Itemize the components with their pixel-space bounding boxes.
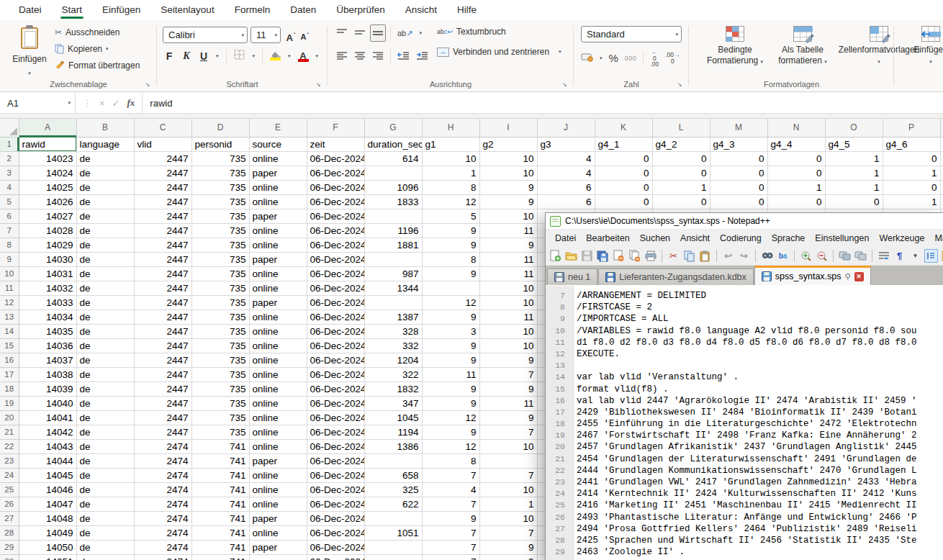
cell-N1[interactable]: g4_4 — [767, 137, 825, 151]
cell-P3[interactable]: 1 — [883, 166, 940, 180]
italic-button[interactable]: K — [181, 50, 191, 62]
cell-B7[interactable]: de — [76, 223, 134, 238]
percent-style-button[interactable]: % — [609, 52, 618, 64]
row-header-5[interactable]: 5 — [0, 194, 19, 209]
merge-center-button[interactable]: ↔ Verbinden und zentrieren▾ — [437, 47, 561, 57]
npp-menu-suchen[interactable]: Suchen — [635, 231, 675, 245]
cell-I3[interactable]: 10 — [479, 166, 537, 180]
cell-A3[interactable]: 14024 — [19, 166, 76, 180]
sync-vertical-scroll-icon[interactable] — [838, 249, 852, 263]
cell-B9[interactable]: de — [76, 252, 134, 266]
cell-E11[interactable]: online — [249, 281, 307, 295]
cell-H12[interactable]: 12 — [422, 295, 479, 310]
alignment-dialog-launcher[interactable]: ↘ — [560, 80, 569, 89]
cell-D15[interactable]: 735 — [191, 338, 249, 353]
cell-H13[interactable]: 9 — [422, 310, 479, 324]
row-header-6[interactable]: 6 — [0, 209, 19, 223]
ribbon-tab-ansicht[interactable]: Ansicht — [397, 1, 446, 20]
cell-G23[interactable] — [364, 453, 422, 468]
cell-E18[interactable]: online — [249, 381, 307, 396]
row-header-14[interactable]: 14 — [0, 324, 19, 338]
cell-D13[interactable]: 735 — [191, 310, 249, 324]
ribbon-tab-seitenlayout[interactable]: Seitenlayout — [152, 1, 222, 20]
cell-I7[interactable]: 11 — [479, 223, 537, 238]
cell-J1[interactable]: g3 — [537, 137, 595, 151]
row-header-4[interactable]: 4 — [0, 180, 19, 194]
cell-I30[interactable]: 9 — [479, 554, 537, 560]
cell-C9[interactable]: 2447 — [134, 252, 191, 266]
cell-E13[interactable]: online — [249, 310, 307, 324]
row-header-22[interactable]: 22 — [0, 439, 19, 453]
font-name-combobox[interactable]: Calibri▾ — [163, 27, 248, 43]
cell-C28[interactable]: 2474 — [134, 525, 191, 540]
align-bottom-button[interactable] — [370, 24, 386, 42]
cell-H30[interactable]: 7 — [422, 554, 479, 560]
cell-D20[interactable]: 735 — [191, 410, 249, 425]
cell-G1[interactable]: duration_sec — [364, 137, 422, 151]
cell-H29[interactable]: 7 — [422, 540, 479, 554]
cell-B17[interactable]: de — [76, 367, 134, 381]
cell-D14[interactable]: 735 — [191, 324, 249, 338]
cell-I2[interactable]: 10 — [479, 151, 537, 166]
cell-E5[interactable]: online — [249, 194, 307, 209]
indent-guide-icon[interactable] — [924, 249, 938, 263]
insert-cells-button[interactable]: Einfügen▾ — [906, 26, 943, 66]
select-all-corner[interactable] — [0, 119, 19, 137]
show-symbols-dropdown-icon[interactable]: ▼ — [908, 249, 922, 263]
column-header-D[interactable]: D — [191, 119, 249, 137]
cell-C2[interactable]: 2447 — [134, 151, 191, 166]
font-size-combobox[interactable]: 11▾ — [251, 27, 281, 43]
cell-A10[interactable]: 14031 — [19, 266, 76, 281]
row-header-10[interactable]: 10 — [0, 266, 19, 281]
cell-F20[interactable]: 06-Dec-2024 — [307, 410, 364, 425]
cell-H9[interactable]: 8 — [422, 252, 479, 266]
cell-C6[interactable]: 2447 — [134, 209, 191, 223]
cell-H26[interactable]: 7 — [422, 497, 479, 511]
cell-H18[interactable]: 9 — [422, 381, 479, 396]
ribbon-tab-start[interactable]: Start — [53, 1, 91, 20]
cell-C29[interactable]: 2474 — [134, 540, 191, 554]
cell-C25[interactable]: 2474 — [134, 482, 191, 497]
cut-icon[interactable]: ✂ — [667, 249, 680, 263]
cell-A8[interactable]: 14029 — [19, 238, 76, 252]
npp-menu-bearbeiten[interactable]: Bearbeiten — [581, 231, 634, 245]
npp-tab-2[interactable]: Lieferanten-Zugangsdaten.kdbx — [598, 268, 754, 285]
cell-B14[interactable]: de — [76, 324, 134, 338]
show-symbols-icon[interactable]: ¶ — [893, 249, 906, 263]
cell-H3[interactable]: 1 — [422, 166, 479, 180]
row-header-12[interactable]: 12 — [0, 295, 19, 310]
cell-D5[interactable]: 735 — [191, 194, 249, 209]
cell-F27[interactable]: 06-Dec-2024 10:00 — [307, 511, 364, 525]
cell-H8[interactable]: 9 — [422, 238, 479, 252]
comma-style-button[interactable]: 000 — [625, 55, 637, 62]
cell-I26[interactable]: 1 — [479, 497, 537, 511]
cell-C19[interactable]: 2447 — [134, 396, 191, 410]
cell-O4[interactable]: 1 — [825, 180, 883, 194]
cell-I8[interactable]: 9 — [479, 238, 537, 252]
cell-L4[interactable]: 1 — [652, 180, 710, 194]
cell-H7[interactable]: 9 — [422, 223, 479, 238]
npp-tab-3[interactable]: spss_syntax.sps⚲✕ — [754, 266, 871, 285]
cell-K5[interactable]: 0 — [595, 194, 652, 209]
accounting-format-button[interactable] — [581, 52, 593, 65]
cell-O5[interactable]: 0 — [825, 194, 883, 209]
cell-G2[interactable]: 614 — [364, 151, 422, 166]
underline-button[interactable]: U — [199, 50, 209, 62]
cell-P4[interactable]: 0 — [883, 180, 940, 194]
cell-B11[interactable]: de — [76, 281, 134, 295]
number-dialog-launcher[interactable]: ↘ — [675, 80, 684, 89]
cell-E20[interactable]: online — [249, 410, 307, 425]
cell-F28[interactable]: 06-Dec-2024 — [307, 525, 364, 540]
cell-E23[interactable]: paper — [249, 453, 307, 468]
cell-J3[interactable]: 4 — [537, 166, 595, 180]
cell-B2[interactable]: de — [76, 151, 134, 166]
underline-dropdown[interactable]: ▾ — [216, 53, 219, 59]
cell-O1[interactable]: g4_5 — [825, 137, 883, 151]
cell-C13[interactable]: 2447 — [134, 310, 191, 324]
cell-I25[interactable]: 10 — [479, 482, 537, 497]
cell-G7[interactable]: 1196 — [364, 223, 422, 238]
cell-H17[interactable]: 11 — [422, 367, 479, 381]
cell-M4[interactable]: 0 — [710, 180, 767, 194]
column-header-J[interactable]: J — [537, 119, 595, 137]
cell-G24[interactable]: 658 — [364, 468, 422, 482]
